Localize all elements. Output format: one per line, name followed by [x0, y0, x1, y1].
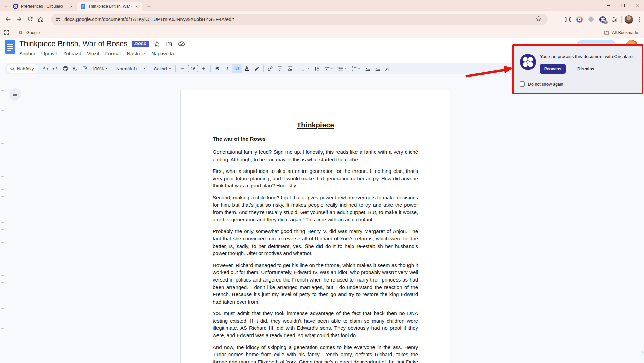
screen-capture-icon — [565, 16, 571, 23]
bookmark-star-button[interactable] — [535, 16, 542, 23]
popup-message: You can process this document with Circu… — [540, 54, 639, 59]
spellcheck-button[interactable]: A — [70, 64, 80, 73]
chevron-down-icon — [143, 67, 146, 70]
document-page[interactable]: Thinkpiece The war of the Roses Generati… — [180, 90, 450, 363]
star-icon — [154, 41, 160, 47]
paragraph-style-select[interactable]: Normální t... — [114, 64, 148, 73]
window-maximize-button[interactable] — [615, 0, 630, 11]
tab-close-icon[interactable]: × — [134, 4, 139, 9]
highlighter-pen-icon — [254, 66, 260, 72]
home-button[interactable] — [35, 14, 46, 25]
do-not-show-again-checkbox[interactable] — [520, 81, 525, 87]
bookmark-google[interactable]: G Google — [18, 30, 40, 35]
insert-link-button[interactable] — [265, 64, 275, 73]
menu-item[interactable]: Nápověda — [148, 50, 177, 58]
url-text: docs.google.com/document/d/1ATKylOjTUP1m… — [64, 17, 535, 22]
menu-item[interactable]: Soubor — [16, 50, 38, 58]
menu-item[interactable]: Vložit — [84, 50, 102, 58]
docs-menu-bar: SouborUpravitZobrazitVložitFormátNástroj… — [16, 50, 177, 58]
back-button[interactable] — [3, 14, 14, 25]
all-bookmarks-button[interactable]: All Bookmarks — [604, 30, 639, 35]
align-left-icon — [301, 66, 307, 72]
menu-item[interactable]: Formát — [102, 50, 124, 58]
process-button[interactable]: Process — [540, 64, 566, 74]
side-panel-collapse-icon[interactable]: ‹ — [642, 349, 643, 355]
checklist-icon — [324, 66, 330, 72]
menu-item[interactable]: Upravit — [38, 50, 60, 58]
increase-font-size-button[interactable] — [199, 64, 209, 73]
decrease-indent-button[interactable] — [363, 64, 373, 73]
browser-tab-preferences[interactable]: Preferences | Circularo × — [10, 2, 77, 11]
add-comment-button[interactable] — [275, 64, 285, 73]
numbered-list-button[interactable]: 12 — [349, 64, 363, 73]
underline-button[interactable]: U — [232, 64, 242, 73]
window-close-button[interactable] — [630, 0, 644, 11]
svg-text:A: A — [73, 67, 75, 70]
extensions-menu-button[interactable] — [608, 14, 620, 25]
bulleted-list-button[interactable] — [336, 64, 349, 73]
chevron-down-icon — [330, 67, 333, 70]
new-tab-button[interactable]: + — [145, 2, 153, 11]
text-color-button[interactable]: A — [242, 64, 252, 73]
menus-search-label: Nabídky — [17, 66, 34, 71]
document-status-button[interactable] — [177, 40, 186, 48]
text-color-glyph: A — [245, 66, 248, 71]
browser-menu-button[interactable] — [634, 14, 644, 25]
bookmarks-bar: G Google All Bookmarks — [0, 27, 644, 38]
insert-image-button[interactable] — [285, 64, 295, 73]
checklist-button[interactable] — [322, 64, 336, 73]
divider — [297, 65, 297, 72]
highlight-color-button[interactable] — [252, 64, 262, 73]
italic-button[interactable]: I — [222, 64, 232, 73]
clear-formatting-button[interactable] — [383, 64, 393, 73]
browser-tab-strip: Preferences | Circularo × Thinkpiece Bri… — [0, 0, 644, 11]
tab-close-icon[interactable]: × — [69, 4, 74, 9]
side-panel-button[interactable] — [1, 27, 12, 38]
tab-search-button[interactable] — [2, 2, 10, 10]
forward-button[interactable] — [14, 14, 24, 25]
line-spacing-button[interactable] — [312, 64, 322, 73]
font-select[interactable]: Calibri — [152, 64, 174, 73]
document-paragraph: First, what a stupid idea to skip an ent… — [213, 167, 418, 189]
url-bar[interactable]: docs.google.com/document/d/1ATKylOjTUP1m… — [51, 14, 548, 25]
send-extension-button[interactable] — [585, 14, 597, 25]
document-title[interactable]: Thinkpiece British, War of Roses — [19, 39, 127, 48]
document-subheading: The war of the Roses — [213, 136, 418, 142]
menus-search-button[interactable]: Nabídky — [7, 64, 38, 73]
circularo-extension-button[interactable]: 1 — [597, 14, 608, 25]
menu-item[interactable]: Nástroje — [124, 50, 148, 58]
bold-button[interactable]: B — [212, 64, 222, 73]
chevron-down-icon — [358, 67, 361, 70]
undo-icon — [42, 66, 49, 72]
browser-profile-button[interactable] — [623, 14, 634, 25]
document-paragraph: However, Richard managed to get his line… — [213, 261, 418, 306]
decrease-font-size-button[interactable] — [177, 64, 187, 73]
undo-button[interactable] — [41, 64, 51, 73]
google-favicon: G — [18, 30, 23, 35]
document-paragraph: You must admit that they took immense ad… — [213, 310, 418, 339]
window-minimize-button[interactable] — [601, 0, 615, 11]
chevron-down-icon — [4, 4, 8, 8]
show-outline-button[interactable] — [9, 88, 21, 101]
font-size-input[interactable]: 16 — [188, 65, 198, 72]
all-bookmarks-label: All Bookmarks — [612, 30, 639, 35]
red-annotation-arrow — [462, 62, 518, 83]
paint-format-button[interactable] — [80, 64, 90, 73]
zoom-select[interactable]: 100% — [90, 64, 111, 73]
increase-indent-button[interactable] — [373, 64, 383, 73]
browser-tab-docs-active[interactable]: Thinkpiece British, War of Roses × — [77, 2, 142, 11]
align-button[interactable] — [299, 64, 312, 73]
move-folder-icon — [166, 41, 172, 47]
screenshot-tool-button[interactable] — [562, 14, 574, 25]
menu-item[interactable]: Zobrazit — [60, 50, 84, 58]
move-document-button[interactable] — [165, 40, 173, 48]
print-button[interactable] — [60, 64, 70, 73]
maximize-icon — [621, 4, 625, 7]
star-document-button[interactable] — [153, 40, 161, 48]
reload-button[interactable] — [24, 14, 35, 25]
lens-extension-button[interactable] — [574, 14, 585, 25]
dismiss-button[interactable]: Dismiss — [574, 64, 598, 74]
divider — [112, 65, 112, 72]
redo-button[interactable] — [51, 64, 60, 73]
paint-roller-icon — [82, 66, 88, 72]
